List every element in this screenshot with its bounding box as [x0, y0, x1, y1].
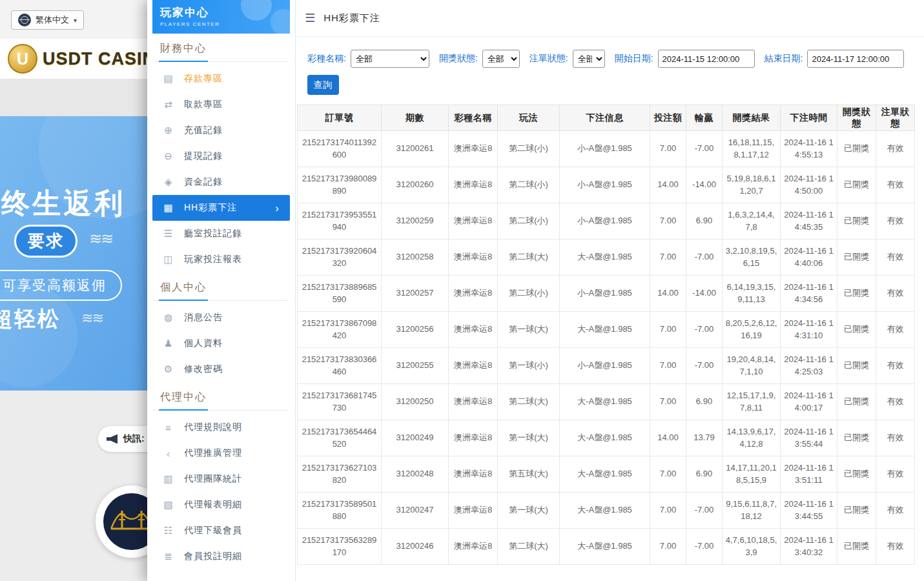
- section-title: 代理中心: [154, 391, 289, 411]
- table-cell: 大-A盤@1.985: [560, 240, 650, 276]
- table-row: 215217317358950188031200247澳洲幸运8第一球(大)大-…: [298, 493, 915, 529]
- sidebar-item[interactable]: ◫玩家投注報表: [152, 247, 290, 272]
- table-cell: 31200249: [382, 420, 449, 456]
- content-topbar: ☰ HH彩票下注: [296, 0, 924, 37]
- table-cell: 小-A盤@1.985: [560, 167, 650, 203]
- table-cell: 2152173173867098420: [298, 312, 382, 348]
- table-row: 215217317383036646031200255澳洲幸运8第一球(小)小-…: [298, 348, 915, 384]
- table-cell: 有效: [876, 312, 915, 348]
- sidebar-item[interactable]: ☰廳室投註記錄: [152, 221, 290, 247]
- player-report-icon: ◫: [163, 254, 174, 265]
- table-cell: 7.00: [650, 312, 686, 348]
- table-cell: 大-A盤@1.985: [560, 493, 650, 529]
- password-icon: ⚙: [163, 363, 174, 375]
- table-cell: 澳洲幸运8: [449, 276, 498, 312]
- table-cell: 有效: [876, 420, 915, 456]
- table-cell: 2024-11-16 13:55:44: [781, 420, 837, 456]
- column-header: 開獎結果: [723, 105, 781, 131]
- table-cell: 2024-11-16 13:44:55: [781, 493, 837, 529]
- sidebar-item[interactable]: ♟個人資料: [152, 331, 290, 356]
- column-header: 下注時間: [781, 105, 837, 131]
- start-date-input[interactable]: [658, 50, 755, 68]
- table-cell: 第五球(大): [498, 456, 560, 493]
- table-cell: 澳洲幸运8: [449, 493, 498, 529]
- sidebar-item[interactable]: ▦HH彩票下注›: [152, 195, 290, 221]
- column-header: 輸贏: [686, 105, 723, 131]
- table-cell: 已開獎: [837, 348, 876, 384]
- menu-toggle-icon[interactable]: ☰: [305, 11, 315, 25]
- table-cell: 2024-11-16 14:40:06: [781, 240, 837, 276]
- table-cell: 已開獎: [837, 167, 876, 203]
- table-cell: 2024-11-16 14:00:17: [781, 384, 837, 420]
- table-cell: 2024-11-16 14:31:10: [781, 312, 837, 348]
- table-cell: 有效: [876, 203, 915, 240]
- table-cell: 2024-11-16 14:45:35: [781, 203, 837, 240]
- table-cell: 7.00: [650, 203, 686, 240]
- sidebar-item[interactable]: ‹代理推廣管理: [152, 440, 290, 466]
- column-header: 開獎狀態: [837, 105, 876, 131]
- withdraw-icon: ⇄: [163, 99, 174, 110]
- table-cell: 2152173173589501880: [298, 493, 382, 529]
- table-cell: 31200255: [382, 348, 449, 384]
- sidebar-item[interactable]: ▥代理團隊統計: [152, 466, 290, 492]
- sidebar-item-label: 代理規則說明: [184, 422, 242, 433]
- table-cell: 有效: [876, 167, 915, 203]
- sidebar-nav: 財務中心▤存款專區⇄取款專區⊕充值記錄⊖提現記錄◈資金記錄▦HH彩票下注›☰廳室…: [152, 42, 290, 569]
- table-body: 215217317401139260031200261澳洲幸运8第二球(小)小-…: [298, 131, 915, 565]
- ticker-label: 快訊:: [123, 433, 145, 445]
- draw-status-select[interactable]: 全部: [482, 50, 520, 68]
- table-cell: 2152173173953551940: [298, 203, 382, 240]
- table-cell: 有效: [876, 348, 915, 384]
- end-date-input[interactable]: [807, 50, 904, 68]
- table-cell: 大-A盤@1.985: [560, 420, 650, 456]
- sidebar-item[interactable]: ⊕充值記錄: [152, 117, 290, 143]
- column-header: 玩法: [498, 105, 560, 131]
- table-cell: 已開獎: [837, 131, 876, 167]
- table-cell: 7.00: [650, 456, 686, 493]
- sidebar-item[interactable]: ⊖提現記錄: [152, 143, 290, 169]
- sidebar-item[interactable]: ◍消息公告: [152, 305, 290, 331]
- sidebar-item[interactable]: ▧代理報表明細: [152, 492, 290, 518]
- lottery-name-select[interactable]: 全部: [351, 50, 429, 68]
- sidebar-item-label: 修改密碼: [184, 363, 223, 375]
- table-cell: 大-A盤@1.985: [560, 456, 650, 493]
- table-cell: 2024-11-16 14:50:00: [781, 167, 837, 203]
- sidebar-item[interactable]: ⚙修改密碼: [152, 356, 290, 382]
- table-cell: 已開獎: [837, 493, 876, 529]
- language-label: 繁体中文: [36, 14, 69, 26]
- table-cell: 14.00: [650, 276, 686, 312]
- sidebar-item-label: HH彩票下注: [184, 202, 237, 214]
- banner-outline-text: 可享受高额返佣: [0, 270, 122, 301]
- table-cell: 14,17,11,20,18,5,15,9: [723, 456, 781, 493]
- search-button[interactable]: 查詢: [307, 75, 339, 95]
- table-cell: 9,15,6,11,8,7,18,12: [723, 493, 781, 529]
- casino-logo-icon[interactable]: U: [8, 44, 37, 74]
- sidebar-item[interactable]: ☷代理下級會員: [152, 518, 290, 544]
- table-cell: 已開獎: [837, 312, 876, 348]
- table-cell: 7.00: [650, 348, 686, 384]
- deposit-icon: ▤: [163, 73, 174, 85]
- table-cell: 3,2,10,8,19,5,6,15: [723, 240, 781, 276]
- sidebar-item[interactable]: ≡代理規則說明: [152, 414, 290, 440]
- table-cell: 14.00: [650, 420, 686, 456]
- sidebar-item[interactable]: ▤存款專區: [152, 66, 290, 92]
- table-cell: 2152173173681745730: [298, 384, 382, 420]
- table-cell: 有效: [876, 493, 915, 529]
- sidebar-item-label: 取款專區: [184, 99, 223, 110]
- sidebar-item[interactable]: ◈資金記錄: [152, 169, 290, 195]
- table-cell: 大-A盤@1.985: [560, 529, 650, 565]
- table-cell: -7.00: [686, 312, 723, 348]
- table-cell: 1,6,3,2,14,4,7,8: [723, 203, 781, 240]
- table-row: 215217317368174573031200250澳洲幸运8第二球(大)大-…: [298, 384, 915, 420]
- sidebar-item[interactable]: ≣會員投註明細: [152, 544, 290, 569]
- member-bet-detail-icon: ≣: [163, 551, 174, 562]
- table-cell: 第二球(小): [498, 131, 560, 167]
- agent-promotion-icon: ‹: [163, 448, 174, 459]
- table-cell: 小-A盤@1.985: [560, 276, 650, 312]
- language-selector[interactable]: 繁体中文 ▾: [11, 10, 84, 30]
- order-status-select[interactable]: 全部: [573, 50, 605, 68]
- sidebar-item[interactable]: ⇄取款專區: [152, 92, 290, 117]
- table-cell: 2024-11-16 14:55:13: [781, 131, 837, 167]
- section-title-text: 代理中心: [159, 391, 208, 411]
- table-cell: 第二球(小): [498, 203, 560, 240]
